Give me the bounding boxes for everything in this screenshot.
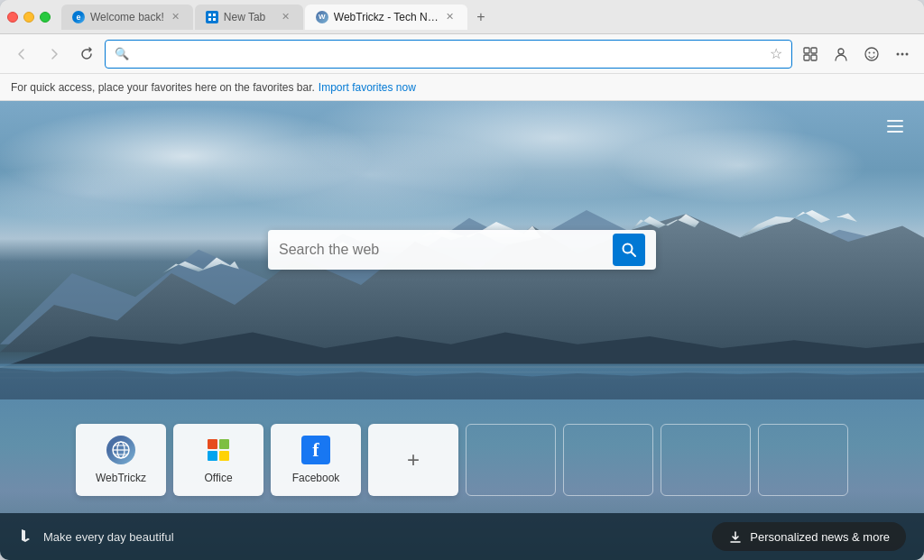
collections-button[interactable] [796, 40, 825, 69]
bottom-bar: Make every day beautiful Personalized ne… [0, 513, 924, 560]
refresh-button[interactable] [72, 40, 101, 69]
profile-button[interactable] [827, 40, 855, 69]
quick-access-ghost-3[interactable] [661, 424, 751, 496]
hamburger-line [887, 131, 903, 133]
search-input[interactable] [279, 242, 613, 258]
svg-point-9 [865, 48, 878, 60]
quick-access-webtrickz[interactable]: WebTrickz [76, 424, 166, 496]
add-tile-icon: + [407, 447, 420, 473]
office-tile-label: Office [204, 472, 232, 484]
svg-rect-1 [213, 14, 216, 16]
hamburger-line [887, 125, 903, 127]
bing-logo-icon [18, 528, 36, 546]
address-search-icon: 🔍 [115, 47, 129, 60]
svg-rect-4 [804, 48, 809, 53]
emoji-button[interactable] [857, 40, 886, 69]
favorites-bar: For quick access, place your favorites h… [0, 74, 924, 101]
tab-welcome[interactable]: e Welcome back! ✕ [61, 5, 193, 30]
quick-access-facebook[interactable]: f Facebook [271, 424, 361, 496]
tab-webtrickz-close-button[interactable]: ✕ [444, 11, 457, 23]
facebook-icon: f [301, 436, 330, 464]
search-submit-button[interactable] [613, 234, 645, 266]
facebook-tile-label: Facebook [292, 472, 340, 484]
maximize-window-button[interactable] [40, 12, 51, 23]
quick-access-container: WebTrickz Office f Facebook [76, 424, 848, 496]
quick-access-office[interactable]: Office [173, 424, 263, 496]
svg-rect-35 [219, 439, 229, 449]
tab-newtab-close-button[interactable]: ✕ [280, 11, 292, 23]
svg-rect-34 [208, 439, 217, 449]
quick-access-add[interactable]: + [368, 424, 458, 496]
svg-rect-7 [811, 55, 817, 60]
favorites-star-icon[interactable]: ☆ [770, 45, 782, 62]
tab-welcome-title: Welcome back! [90, 11, 164, 23]
quick-access-ghost-2[interactable] [563, 424, 653, 496]
svg-rect-36 [208, 451, 217, 461]
svg-point-10 [869, 51, 871, 53]
office-icon [204, 436, 233, 464]
tabs-container: e Welcome back! ✕ New Tab ✕ W [61, 5, 917, 30]
bing-branding: Make every day beautiful [18, 528, 174, 546]
svg-rect-0 [208, 14, 211, 16]
svg-rect-24 [0, 366, 924, 368]
svg-point-13 [901, 52, 904, 55]
svg-point-14 [906, 52, 909, 55]
tab-newtab-title: New Tab [224, 11, 274, 23]
back-button[interactable] [7, 40, 36, 69]
webtrickz-icon [106, 436, 135, 464]
download-icon [728, 529, 743, 544]
title-bar: e Welcome back! ✕ New Tab ✕ W [0, 0, 924, 34]
traffic-lights [7, 12, 51, 23]
tab-webtrickz-title: WebTrickz - Tech News, Phon… [334, 11, 439, 23]
minimize-window-button[interactable] [23, 12, 34, 23]
hamburger-line [887, 120, 903, 122]
svg-rect-6 [804, 55, 809, 60]
svg-point-11 [873, 51, 875, 53]
tab-newtab[interactable]: New Tab ✕ [195, 5, 303, 30]
forward-button[interactable] [40, 40, 69, 69]
svg-rect-5 [811, 48, 817, 53]
svg-rect-37 [219, 451, 229, 461]
search-box [268, 230, 656, 270]
svg-rect-2 [208, 18, 211, 21]
browser-window: e Welcome back! ✕ New Tab ✕ W [0, 0, 924, 560]
hamburger-menu-button[interactable] [881, 112, 910, 141]
tab-webtrickz[interactable]: W WebTrickz - Tech News, Phon… ✕ [305, 5, 467, 30]
personalized-news-button[interactable]: Personalized news & more [712, 522, 906, 551]
news-btn-label: Personalized news & more [750, 530, 890, 544]
favorites-bar-text: For quick access, place your favorites h… [11, 81, 315, 94]
bing-tagline: Make every day beautiful [43, 530, 174, 544]
nav-bar: 🔍 ☆ [0, 34, 924, 74]
mountains-illustration [0, 147, 924, 399]
address-input[interactable] [134, 47, 764, 60]
settings-more-button[interactable] [888, 40, 917, 69]
svg-point-8 [838, 49, 844, 54]
quick-access-ghost-1[interactable] [466, 424, 556, 496]
address-bar[interactable]: 🔍 ☆ [105, 40, 792, 69]
webtrickz-tile-label: WebTrickz [96, 472, 146, 484]
close-window-button[interactable] [7, 12, 18, 23]
search-container [268, 230, 656, 270]
import-favorites-link[interactable]: Import favorites now [319, 81, 416, 94]
tab-welcome-close-button[interactable]: ✕ [170, 11, 182, 23]
newtab-favicon-icon [206, 11, 218, 23]
svg-point-12 [897, 52, 900, 55]
webtrickz-favicon-icon: W [316, 11, 328, 23]
new-tab-button[interactable]: + [469, 5, 493, 29]
quick-access-ghost-4[interactable] [758, 424, 848, 496]
nav-actions [796, 40, 917, 69]
page-content: WebTrickz Office f Facebook [0, 101, 924, 560]
svg-rect-3 [213, 18, 216, 21]
edge-favicon-icon: e [72, 11, 85, 23]
